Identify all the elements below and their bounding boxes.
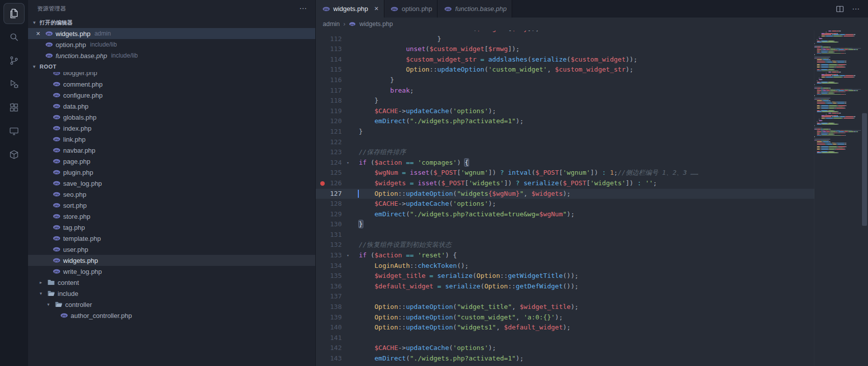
code-line-137[interactable]: 137 [316, 291, 814, 302]
code-line-113[interactable]: 113unset($custom_widget[$rmwg]); [316, 44, 814, 55]
line-number-gutter[interactable]: 130 [316, 219, 351, 230]
scrollbar-thumb[interactable] [862, 113, 867, 226]
package-icon[interactable] [4, 144, 25, 165]
line-number-gutter[interactable]: 128 [316, 199, 351, 209]
line-number-gutter[interactable]: 124▾ [316, 158, 351, 168]
code-line-121[interactable]: 121} [316, 127, 814, 137]
code-line-132[interactable]: 132//恢复组件设置到初始安装状态 [316, 240, 814, 250]
file-save_log.php[interactable]: phpsave_log.php [28, 178, 315, 189]
code-line-111[interactable]: 111unset($widgets[$key]); [316, 31, 814, 34]
open-editor-widgets.php[interactable]: ✕phpwidgets.phpadmin [28, 28, 315, 39]
file-sort.php[interactable]: phpsort.php [28, 200, 315, 211]
code-line-139[interactable]: 139Option::updateOption("custom_widget",… [316, 312, 814, 323]
close-editor-icon[interactable]: ✕ [34, 31, 42, 37]
line-number-gutter[interactable]: 115 [316, 65, 351, 75]
line-number-gutter[interactable]: 142 [316, 343, 351, 353]
tab-option.php[interactable]: phpoption.php [384, 0, 438, 18]
line-number-gutter[interactable]: 123 [316, 147, 351, 158]
file-data.php[interactable]: phpdata.php [28, 101, 315, 112]
line-number-gutter[interactable]: 119 [316, 106, 351, 117]
close-tab-icon[interactable]: ✕ [374, 6, 378, 12]
line-number-gutter[interactable]: 127 [316, 189, 351, 199]
line-number-gutter[interactable]: 129 [316, 209, 351, 220]
file-template.php[interactable]: phptemplate.php [28, 233, 315, 244]
code-line-134[interactable]: 134LoginAuth::checkToken(); [316, 261, 814, 271]
code-line-141[interactable]: 141 [316, 333, 814, 343]
file-navbar.php[interactable]: phpnavbar.php [28, 145, 315, 156]
file-comment.php[interactable]: phpcomment.php [28, 79, 315, 90]
code-line-135[interactable]: 135$widget_title = serialize(Option::get… [316, 271, 814, 281]
line-number-gutter[interactable]: 117 [316, 86, 351, 96]
line-number-gutter[interactable]: 118 [316, 96, 351, 106]
file-globals.php[interactable]: phpglobals.php [28, 112, 315, 123]
file-write_log.php[interactable]: phpwrite_log.php [28, 266, 315, 277]
line-number-gutter[interactable]: 113 [316, 44, 351, 55]
code-line-136[interactable]: 136$default_widget = serialize(Option::g… [316, 281, 814, 292]
line-number-gutter[interactable]: 111 [316, 31, 351, 34]
file-store.php[interactable]: phpstore.php [28, 211, 315, 222]
code-line-114[interactable]: 114$custom_widget_str = addslashes(seria… [316, 55, 814, 65]
line-number-gutter[interactable]: 140 [316, 322, 351, 333]
code-line-112[interactable]: 112} [316, 34, 814, 45]
line-number-gutter[interactable]: 126 [316, 178, 351, 189]
extensions-icon[interactable] [4, 97, 25, 118]
split-editor-icon[interactable] [836, 5, 844, 13]
open-editors-section-header[interactable]: ▾ 打开的编辑器 [28, 17, 315, 28]
remote-explorer-icon[interactable] [4, 121, 25, 142]
folder-content[interactable]: ▸content [28, 277, 315, 288]
breakpoint-icon[interactable] [320, 181, 325, 186]
run-debug-icon[interactable] [4, 74, 25, 95]
code-line-128[interactable]: 128$CACHE->updateCache('options'); [316, 199, 814, 209]
line-number-gutter[interactable]: 112 [316, 34, 351, 45]
file-index.php[interactable]: phpindex.php [28, 123, 315, 134]
tab-function.base.php[interactable]: phpfunction.base.php [438, 0, 512, 18]
file-blogger.php[interactable]: phpblogger.php [28, 72, 315, 79]
code-line-116[interactable]: 116} [316, 75, 814, 86]
code-line-143[interactable]: 143emDirect("./widgets.php?activated=1")… [316, 353, 814, 364]
code-line-130[interactable]: 130} [316, 219, 814, 230]
line-number-gutter[interactable]: 137 [316, 291, 351, 302]
code-line-127[interactable]: 127Option::updateOption("widgets{$wgNum}… [316, 189, 814, 199]
code-line-125[interactable]: 125$wgNum = isset($_POST['wgnum']) ? int… [316, 168, 814, 178]
line-number-gutter[interactable]: 125 [316, 168, 351, 178]
line-number-gutter[interactable]: 132 [316, 240, 351, 250]
code-line-123[interactable]: 123//保存组件排序 [316, 147, 814, 158]
minimap[interactable] [814, 31, 861, 366]
open-editor-function.base.php[interactable]: phpfunction.base.phpinclude/lib [28, 50, 315, 61]
line-number-gutter[interactable]: 136 [316, 281, 351, 292]
line-number-gutter[interactable]: 135 [316, 271, 351, 281]
tab-widgets.php[interactable]: phpwidgets.php✕ [316, 0, 384, 18]
line-number-gutter[interactable]: 143 [316, 353, 351, 364]
source-control-icon[interactable] [4, 50, 25, 71]
editor-more-actions-icon[interactable]: ⋯ [852, 5, 860, 14]
line-number-gutter[interactable]: 116 [316, 75, 351, 86]
folder-controller[interactable]: ▾controller [28, 299, 315, 310]
file-seo.php[interactable]: phpseo.php [28, 189, 315, 200]
code-line-126[interactable]: 126$widgets = isset($_POST['widgets']) ?… [316, 178, 814, 189]
file-page.php[interactable]: phppage.php [28, 156, 315, 167]
code-line-131[interactable]: 131 [316, 230, 814, 240]
line-number-gutter[interactable]: 131 [316, 230, 351, 240]
file-link.php[interactable]: phplink.php [28, 134, 315, 145]
code-line-133[interactable]: 133▾if ($action == 'reset') { [316, 250, 814, 261]
code-line-142[interactable]: 142$CACHE->updateCache('options'); [316, 343, 814, 353]
folder-include[interactable]: ▾include [28, 288, 315, 299]
code-line-119[interactable]: 119$CACHE->updateCache('options'); [316, 106, 814, 117]
line-number-gutter[interactable]: 138 [316, 302, 351, 312]
code-line-115[interactable]: 115Option::updateOption('custom_widget',… [316, 65, 814, 75]
file-widgets.php[interactable]: phpwidgets.php [28, 255, 315, 266]
vertical-scrollbar[interactable] [861, 31, 868, 366]
file-configure.php[interactable]: phpconfigure.php [28, 90, 315, 101]
line-number-gutter[interactable]: 134 [316, 261, 351, 271]
breadcrumb-file[interactable]: widgets.php [359, 21, 393, 28]
file-author_controller.php[interactable]: phpauthor_controller.php [28, 310, 315, 321]
code-line-118[interactable]: 118} [316, 96, 814, 106]
code-line-120[interactable]: 120emDirect("./widgets.php?activated=1")… [316, 116, 814, 127]
line-number-gutter[interactable]: 141 [316, 333, 351, 343]
code-line-140[interactable]: 140Option::updateOption("widgets1", $def… [316, 322, 814, 333]
code-line-129[interactable]: 129emDirect("./widgets.php?activated=tru… [316, 209, 814, 220]
fold-chevron-icon[interactable]: ▾ [347, 250, 349, 261]
code-line-124[interactable]: 124▾if ($action == 'compages') { [316, 158, 814, 168]
fold-chevron-icon[interactable]: ▾ [347, 158, 349, 168]
code-line-117[interactable]: 117break; [316, 86, 814, 96]
